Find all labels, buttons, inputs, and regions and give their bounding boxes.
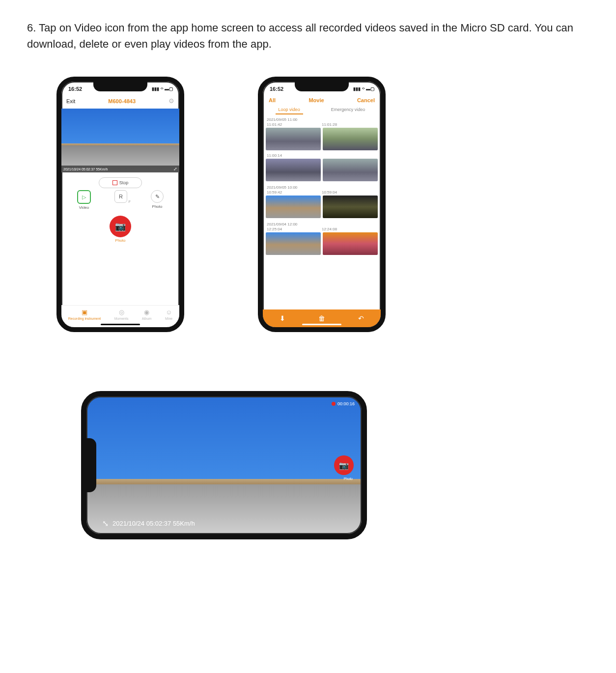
video-thumbnail[interactable] bbox=[323, 128, 378, 150]
video-thumbnail[interactable] bbox=[323, 196, 378, 218]
section-header: 2021/09/04 12:00 bbox=[263, 220, 381, 227]
fullscreen-icon[interactable]: ⤢ bbox=[173, 167, 177, 171]
phone-movie-list: 16:52 ▮▮▮ ⌔ ▬▢ All Movie Cancel Loop vid… bbox=[258, 77, 386, 332]
signal-icon: ▮▮▮ bbox=[152, 86, 159, 91]
section-header: 2021/09/05 10:00 bbox=[263, 183, 381, 190]
shutter-label: Photo bbox=[344, 477, 353, 480]
tab-emergency-video[interactable]: Emergency video bbox=[328, 107, 368, 114]
section-header: 2021/09/05 11:00 bbox=[263, 115, 381, 122]
clip-time: 11:01:42 bbox=[267, 122, 322, 127]
video-thumbnail[interactable] bbox=[266, 128, 321, 150]
exit-fullscreen-icon[interactable]: ⤡ bbox=[102, 519, 109, 528]
person-icon: ☺ bbox=[165, 308, 172, 316]
tab-label: Moments bbox=[114, 317, 129, 320]
video-list[interactable]: 2021/09/05 11:00 11:01:4211:01:28 11:00:… bbox=[263, 115, 381, 292]
status-time: 16:52 bbox=[68, 86, 82, 92]
exit-button[interactable]: Exit bbox=[66, 98, 75, 104]
stop-icon bbox=[112, 180, 117, 185]
stop-button[interactable]: Stop bbox=[99, 177, 142, 188]
tab-mine[interactable]: ☺Mine bbox=[165, 308, 172, 320]
rf-toggle[interactable]: R F bbox=[114, 190, 127, 210]
wifi-icon: ⌔ bbox=[362, 86, 364, 91]
video-thumbnail[interactable] bbox=[323, 232, 378, 255]
r-label: R bbox=[119, 194, 123, 199]
video-label: Video bbox=[79, 205, 89, 210]
tab-label: Album bbox=[142, 317, 152, 320]
download-icon[interactable]: ⬇ bbox=[280, 314, 285, 322]
playback-overlay-text: 2021/10/24 05:02:37 55Km/h bbox=[112, 520, 195, 527]
status-time: 16:52 bbox=[270, 86, 283, 92]
preview-overlay-text: 2021/10/24 05:02:37 55Km/h bbox=[63, 168, 108, 171]
shutter-button[interactable]: 📷 bbox=[110, 216, 131, 237]
tab-label: Recording instrument bbox=[68, 317, 101, 320]
phone-fullscreen-playback: 00:00:16 📷 Photo ⤡ 2021/10/24 05:02:37 5… bbox=[81, 391, 367, 539]
clip-time: 12:24:08 bbox=[322, 227, 377, 231]
cancel-button[interactable]: Cancel bbox=[357, 97, 375, 103]
delete-icon[interactable]: 🗑 bbox=[318, 314, 325, 322]
recording-indicator: 00:00:16 bbox=[332, 401, 355, 406]
tab-recording[interactable]: ▣Recording instrument bbox=[68, 308, 101, 320]
back-icon[interactable]: ↶ bbox=[358, 314, 364, 322]
clip-time: 11:00:14 bbox=[263, 152, 381, 159]
battery-icon: ▬▢ bbox=[165, 86, 173, 91]
camera-icon: 📷 bbox=[115, 221, 126, 232]
camera-icon: 📷 bbox=[339, 461, 349, 470]
recording-time: 00:00:16 bbox=[337, 401, 355, 406]
status-icons: ▮▮▮ ⌔ ▬▢ bbox=[152, 86, 173, 91]
signal-icon: ▮▮▮ bbox=[353, 86, 361, 91]
album-icon: ◉ bbox=[142, 308, 152, 316]
device-title: M600-4843 bbox=[108, 98, 136, 104]
status-icons: ▮▮▮ ⌔ ▬▢ bbox=[353, 86, 375, 91]
play-icon: ▷ bbox=[82, 194, 86, 200]
video-thumbnail[interactable] bbox=[266, 232, 321, 255]
phone-notch bbox=[86, 438, 96, 492]
shutter-label: Photo bbox=[61, 238, 179, 243]
clip-time: 11:01:28 bbox=[322, 122, 377, 127]
photo-mode-button[interactable]: ✎ Photo bbox=[151, 190, 164, 210]
tab-moments[interactable]: ◎Moments bbox=[114, 308, 129, 320]
video-thumbnail[interactable] bbox=[323, 159, 378, 181]
stop-label: Stop bbox=[119, 180, 129, 185]
home-indicator bbox=[302, 324, 341, 325]
settings-icon[interactable]: ⚙ bbox=[168, 97, 174, 105]
instruction-text: 6. Tap on Video icon from the app home s… bbox=[27, 20, 589, 52]
record-dot-icon bbox=[332, 402, 336, 406]
f-sub-label: F bbox=[129, 200, 131, 203]
tab-loop-video[interactable]: Loop video bbox=[276, 107, 303, 114]
phone-notch bbox=[93, 82, 147, 91]
person-icon: ✎ bbox=[155, 194, 160, 200]
moments-icon: ◎ bbox=[114, 308, 129, 316]
phone-home-screen: 16:52 ▮▮▮ ⌔ ▬▢ Exit M600-4843 ⚙ 2021/10/… bbox=[56, 77, 184, 332]
phone-notch bbox=[295, 82, 349, 91]
live-preview[interactable]: 2021/10/24 05:02:37 55Km/h ⤢ bbox=[61, 109, 179, 172]
tab-album[interactable]: ◉Album bbox=[142, 308, 152, 320]
clip-time: 10:59:04 bbox=[322, 190, 377, 195]
video-thumbnail[interactable] bbox=[266, 159, 321, 181]
movie-title: Movie bbox=[308, 97, 324, 103]
shutter-button[interactable]: 📷 bbox=[334, 455, 354, 475]
home-indicator bbox=[101, 324, 140, 325]
video-mode-button[interactable]: ▷ Video bbox=[77, 190, 91, 210]
video-thumbnail[interactable] bbox=[266, 196, 321, 218]
battery-icon: ▬▢ bbox=[366, 86, 375, 91]
wifi-icon: ⌔ bbox=[161, 86, 163, 91]
clip-time: 12:25:04 bbox=[267, 227, 322, 231]
clip-time: 10:59:42 bbox=[267, 190, 322, 195]
photo-label: Photo bbox=[152, 204, 163, 209]
tab-label: Mine bbox=[165, 317, 172, 320]
camera-icon: ▣ bbox=[68, 308, 101, 316]
all-button[interactable]: All bbox=[269, 97, 276, 103]
